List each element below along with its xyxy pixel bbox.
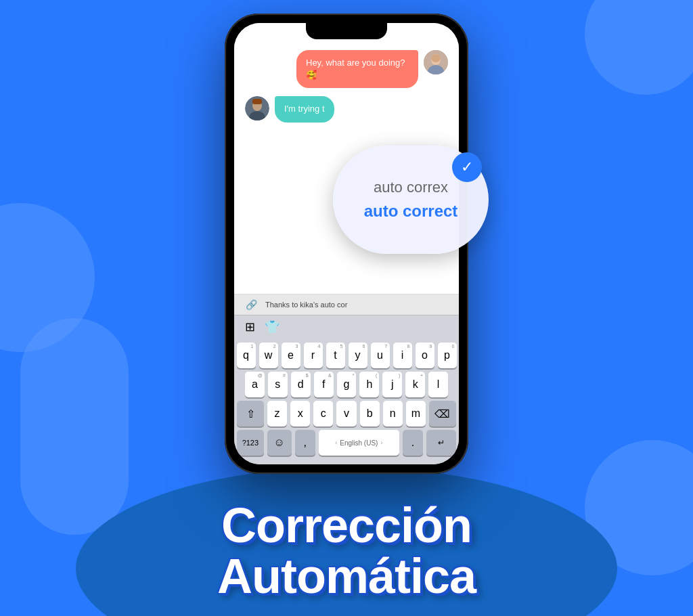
key-v[interactable]: v (336, 401, 356, 426)
key-shift[interactable]: ⇧ (237, 401, 264, 426)
key-row-3: ⇧ z x c v b n m ⌫ (237, 401, 456, 426)
key-m[interactable]: m (406, 401, 426, 426)
key-g[interactable]: *g (337, 372, 357, 397)
key-emoji[interactable]: ☺ (267, 430, 292, 456)
key-r[interactable]: 4r (304, 343, 323, 368)
clip-icon: 🔗 (245, 299, 257, 311)
key-a[interactable]: @a (245, 372, 265, 397)
key-i[interactable]: 8i (393, 343, 412, 368)
input-text: Thanks to kika's auto cor (265, 301, 347, 309)
key-u[interactable]: 7u (371, 343, 390, 368)
message-row-1: Hey, what are you doing? 🥰 (245, 50, 448, 88)
key-q[interactable]: 1q (237, 343, 256, 368)
autocorrect-correct-text: auto correct (364, 202, 458, 221)
keyboard-icon-row: ⊞ 👕 (234, 315, 459, 338)
check-badge: ✓ (452, 152, 482, 182)
key-o[interactable]: 9o (416, 343, 434, 368)
key-k[interactable]: +k (405, 372, 425, 397)
key-y[interactable]: 6y (349, 343, 367, 368)
key-num-switch[interactable]: ?123 (237, 430, 264, 456)
key-return[interactable]: ↵ (426, 430, 456, 456)
key-space[interactable]: ‹ English (US) › (319, 430, 399, 456)
key-e[interactable]: 3e (282, 343, 300, 368)
keyboard-theme-icon[interactable]: 👕 (265, 320, 280, 334)
key-z[interactable]: z (267, 401, 287, 426)
avatar-female (424, 50, 448, 74)
key-row-2: @a #s $d &f *g (h )j +k l (237, 372, 456, 397)
key-f[interactable]: &f (314, 372, 334, 397)
key-row-1: 1q 2w 3e 4r 5t 6y 7u 8i 9o 0p (237, 343, 456, 368)
keyboard: 1q 2w 3e 4r 5t 6y 7u 8i 9o 0p @a #s $d &… (234, 338, 459, 464)
message-row-2: I'm trying t (245, 96, 448, 122)
key-t[interactable]: 5t (326, 343, 345, 368)
key-x[interactable]: x (290, 401, 310, 426)
svg-point-3 (431, 54, 441, 62)
key-w[interactable]: 2w (259, 343, 278, 368)
avatar-male-svg (245, 96, 269, 120)
key-row-bottom: ?123 ☺ , ‹ English (US) › . ↵ (237, 430, 456, 456)
phone-mockup: Hey, what are you doing? 🥰 I' (225, 14, 468, 474)
key-j[interactable]: )j (382, 372, 402, 397)
key-s[interactable]: #s (268, 372, 288, 397)
phone-frame: Hey, what are you doing? 🥰 I' (225, 14, 468, 474)
key-h[interactable]: (h (359, 372, 379, 397)
key-p[interactable]: 0p (438, 343, 457, 368)
phone-notch (306, 23, 387, 39)
avatar-male (245, 96, 269, 120)
key-delete[interactable]: ⌫ (429, 401, 456, 426)
key-n[interactable]: n (383, 401, 403, 426)
autocorrect-popup: ✓ auto correx auto correct (333, 146, 489, 254)
bubble-2: I'm trying t (275, 96, 334, 122)
bubble-1: Hey, what are you doing? 🥰 (296, 50, 418, 88)
key-l[interactable]: l (428, 372, 448, 397)
keyboard-apps-icon[interactable]: ⊞ (245, 320, 255, 334)
key-d[interactable]: $d (291, 372, 311, 397)
autocorrect-wrong-text: auto correx (374, 179, 448, 196)
key-b[interactable]: b (360, 401, 380, 426)
bg-decor-circle-top-right (585, 0, 693, 95)
input-toolbar: 🔗 Thanks to kika's auto cor (234, 294, 459, 315)
key-c[interactable]: c (313, 401, 333, 426)
avatar-female-svg (424, 50, 448, 74)
key-period[interactable]: . (403, 430, 423, 456)
svg-rect-7 (252, 99, 262, 104)
key-comma[interactable]: , (295, 430, 315, 456)
title-area: Corrección Automática (0, 500, 693, 602)
title-line1: Corrección Automática (0, 500, 693, 602)
